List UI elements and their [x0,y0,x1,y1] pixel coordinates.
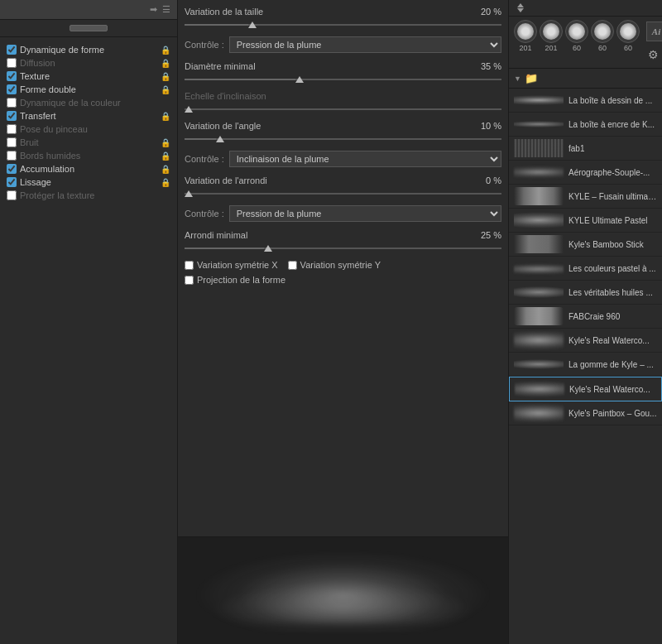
control-row-variation-angle: Contrôle :Inclinaison de la plumePressio… [185,149,501,169]
panel-header: ➡ ☰ [0,0,177,20]
checkbox-variation-symetrie-y[interactable] [288,261,297,270]
slider-track [185,108,501,110]
brush-list-item-fabcraie[interactable]: FABCraie 960 [509,305,662,329]
slider-container[interactable] [185,242,501,255]
param-section-arrondi-minimal: Arrondi minimal25 % [185,230,501,255]
brush-toolbar: 201201606060 Ai ⚙ [509,17,662,69]
slider-container[interactable] [185,103,501,116]
brush-thumb-inner-3 [594,23,611,40]
thickness-arrows[interactable] [517,3,524,12]
forms-button-row [0,20,177,37]
tip-section-label [0,37,177,43]
param-label-echelle-inclinaison: Echelle d'inclinaison [185,91,266,101]
brush-thumb-4[interactable] [616,20,640,43]
brush-list-item-kyle-bamboo[interactable]: Kyle's Bamboo Stick [509,233,662,257]
brush-list-item-kyle-paintbox[interactable]: Kyle's Paintbox – Gou... [509,401,662,425]
slider-container[interactable] [185,187,501,200]
expand-icon[interactable]: ➡ [150,4,157,15]
checkboxes-group: Variation symétrie XVariation symétrie Y… [185,260,501,285]
brush-list-item-kyle-fusain[interactable]: KYLE – Fusain ultimat... [509,185,662,209]
thickness-down-arrow[interactable] [517,8,524,12]
lock-icon-transfert: 🔒 [161,112,170,121]
param-value-variation-arrondi: 0 % [473,175,501,185]
brush-thumb-0[interactable] [514,20,537,43]
brush-thumb-1[interactable] [540,20,563,43]
checkbox-pose-pinceau[interactable] [7,124,17,134]
slider-fill [185,79,295,80]
slider-thumb[interactable] [216,136,224,142]
slider-thumb[interactable] [248,22,257,28]
param-label-diametre-minimal: Diamètre minimal [185,61,256,71]
lock-icon-accumulation: 🔒 [161,165,170,174]
param-value-variation-taille: 20 % [473,7,501,17]
slider-thumb[interactable] [185,106,193,113]
brush-list-item-kyle-watercolor2[interactable]: Kyle's Real Waterco... [509,377,662,401]
slider-track [185,193,501,195]
checkbox-texture[interactable] [7,71,17,81]
brush-list-item-kyle-watercolor1[interactable]: Kyle's Real Waterco... [509,329,662,353]
slider-fill [185,138,216,140]
param-section-variation-taille: Variation de la taille20 %Contrôle :Pres… [185,7,501,55]
checkbox-projection-forme[interactable] [185,276,194,285]
brush-name-aerographe: Aérographe-Souple-... [568,168,650,177]
brush-list-item-aerographe[interactable]: Aérographe-Souple-... [509,161,662,185]
sidebar-item-forme-double: Forme double🔒 [0,83,177,96]
checkbox-bruit[interactable] [7,137,17,147]
brush-stroke-preview-kyle-paintbox [514,404,564,422]
brush-list-item-boite-dessin[interactable]: La boîte à dessin de ... [509,89,662,113]
checkbox-forme-double[interactable] [7,84,17,94]
forms-button[interactable] [70,25,108,31]
brush-list-item-couleurs-pastel[interactable]: Les couleurs pastel à ... [509,257,662,281]
brush-list-item-kyle-pastel[interactable]: KYLE Ultimate Pastel [509,209,662,233]
checkbox-dynamique[interactable] [7,45,17,55]
control-select-variation-taille[interactable]: Pression de la plumeStylet XStylet YFond… [229,36,501,53]
fab-chevron-icon: ▼ [514,74,521,83]
brush-thumbs-row: 201201606060 [514,20,640,52]
tool-icons: Ai ⚙ [643,20,662,65]
control-select-variation-arrondi[interactable]: Pression de la plumeStylet XStylet YFond… [229,205,501,222]
panel-header-icons: ➡ ☰ [150,4,170,15]
settings-icon[interactable]: ⚙ [643,45,662,65]
brush-stroke-preview-kyle-gomme [514,355,564,373]
checkbox-proteger-texture[interactable] [7,190,17,200]
brush-thumb-2[interactable] [565,20,588,43]
control-select-variation-angle[interactable]: Inclinaison de la plumePression de la pl… [229,151,501,167]
param-label-variation-arrondi: Variation de l'arrondi [185,175,267,185]
slider-thumb[interactable] [185,190,193,197]
ai-icon[interactable]: Ai [646,22,662,41]
thumb-col-3: 60 [591,20,614,52]
slider-container[interactable] [185,132,501,146]
param-row-arrondi-minimal: Arrondi minimal25 % [185,230,501,240]
brush-list-item-boite-encre[interactable]: La boîte à encre de K... [509,113,662,137]
checkbox-transfert[interactable] [7,111,17,121]
brush-name-couleurs-pastel: Les couleurs pastel à ... [568,264,656,273]
fab-section-header[interactable]: ▼ 📁 [509,69,662,89]
menu-icon[interactable]: ☰ [162,4,170,15]
checkbox-bords-humides[interactable] [7,151,17,161]
brush-list-item-veritables-huiles[interactable]: Les véritables huiles ... [509,281,662,305]
checkbox-lissage[interactable] [7,177,17,187]
param-label-arrondi-minimal: Arrondi minimal [185,230,247,240]
thickness-up-arrow[interactable] [517,3,524,7]
control-row-variation-taille: Contrôle :Pression de la plumeStylet XSt… [185,35,501,55]
sidebar-label-dynamique-couleur: Dynamique de la couleur [20,98,170,108]
brush-thumb-3[interactable] [591,20,614,43]
checkbox-dynamique-couleur[interactable] [7,98,17,108]
slider-thumb[interactable] [264,245,272,252]
brush-stroke-preview-aerographe [514,163,564,181]
lock-icon-bords-humides: 🔒 [161,151,170,161]
sidebar-item-transfert: Transfert🔒 [0,109,177,123]
brush-name-kyle-paintbox: Kyle's Paintbox – Gou... [568,409,656,418]
brush-list-item-fab1[interactable]: fab1 [509,137,662,161]
checkbox-diffusion[interactable] [7,58,17,68]
slider-thumb[interactable] [295,76,304,83]
slider-track [185,138,501,140]
checkbox-accumulation[interactable] [7,164,17,174]
sidebar-item-accumulation: Accumulation🔒 [0,162,177,175]
slider-container[interactable] [185,73,501,86]
checkbox-variation-symetrie-x[interactable] [185,261,194,270]
brush-list-item-kyle-gomme[interactable]: La gomme de Kyle – ... [509,353,662,377]
param-section-echelle-inclinaison: Echelle d'inclinaison [185,91,501,116]
brush-name-fab1: fab1 [568,144,584,153]
slider-container[interactable] [185,18,501,31]
